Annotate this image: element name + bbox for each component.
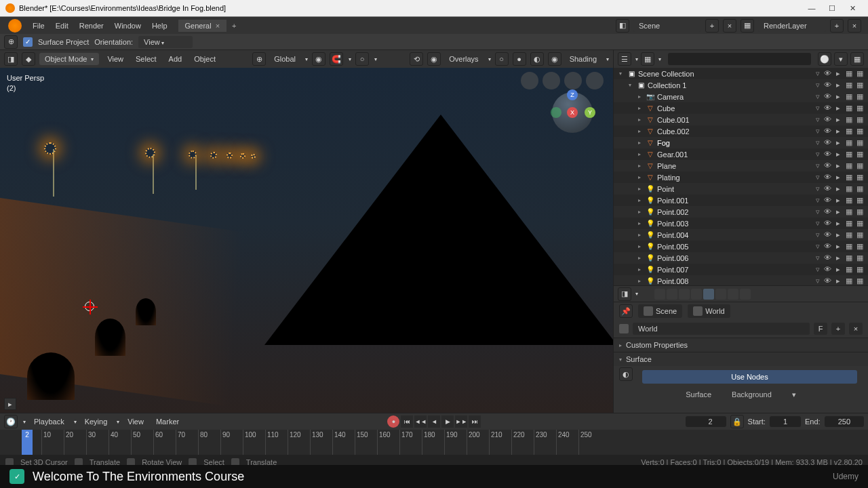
modifier-icon[interactable]: ▿ [816,150,820,159]
pan-gizmo-icon[interactable] [542,72,560,89]
gizmo-toggle-icon[interactable]: ⟲ [410,52,423,66]
visibility-icon[interactable]: 👁 [822,196,833,205]
outliner-row[interactable]: ▾▣Collection 1▿👁▸▦▦ [614,79,868,91]
shading-dropdown[interactable]: Shading [566,53,601,65]
selectable-icon[interactable]: ▸ [833,265,844,274]
outliner-row[interactable]: ▸▽Cube▿👁▸▦▦ [614,102,868,114]
outliner-row[interactable]: ▸▽Fog▿👁▸▦▦ [614,137,868,148]
scene-add-button[interactable]: + [705,19,719,33]
visibility-icon[interactable]: 👁 [822,277,833,285]
modifier-icon[interactable]: ▿ [816,127,820,136]
disable-icon[interactable]: ▦ [854,115,865,124]
outliner-row[interactable]: ▾▣Scene Collection▿👁▸▦▦ [614,68,868,79]
selectable-icon[interactable]: ▸ [833,81,844,89]
props-editor-icon[interactable]: ◨ [618,287,631,301]
props-tab-world[interactable] [703,289,714,300]
disable-icon[interactable]: ▦ [854,277,865,285]
close-button[interactable]: ✕ [842,1,863,16]
disable-icon[interactable]: ▦ [854,81,865,89]
scene-browse-icon[interactable]: ◧ [616,19,629,33]
visibility-icon[interactable]: 👁 [822,219,833,228]
close-icon[interactable]: × [216,22,220,30]
menu-file[interactable]: File [27,19,50,33]
disable-icon[interactable]: ▦ [854,173,865,182]
visibility-icon[interactable]: 👁 [822,230,833,239]
world-data-icon[interactable] [619,324,629,333]
use-nodes-button[interactable]: Use Nodes [642,370,857,384]
workspace-tab-general[interactable]: General × [178,20,227,32]
pivot-icon[interactable]: ◉ [312,52,326,66]
render-icon[interactable]: ▦ [844,196,854,205]
selectable-icon[interactable]: ▸ [833,253,844,262]
proportional-icon[interactable]: ○ [355,52,369,66]
world-data-dropdown[interactable]: World [633,323,810,335]
props-tab-object[interactable] [715,289,726,300]
render-icon[interactable]: ▦ [844,230,854,239]
props-tab-output[interactable] [667,289,677,300]
selectable-icon[interactable]: ▸ [833,104,844,113]
blender-logo-icon[interactable] [8,19,22,33]
visibility-icon[interactable]: 👁 [822,173,833,182]
tl-menu-keying[interactable]: Keying [81,415,112,428]
selectable-icon[interactable]: ▸ [833,219,844,228]
disable-icon[interactable]: ▦ [854,242,865,251]
props-tab-render[interactable] [654,289,665,300]
shading-lookdev-icon[interactable]: ◐ [530,52,544,66]
selectable-icon[interactable]: ▸ [833,92,844,101]
surface-panel[interactable]: ▾Surface [614,352,868,366]
visibility-icon[interactable]: 👁 [822,184,833,193]
outliner-row[interactable]: ▸▽Cube.002▿👁▸▦▦ [614,125,868,137]
axis-neg-y-icon[interactable] [551,107,561,118]
mode-icon[interactable]: ◆ [22,52,35,66]
tl-menu-playback[interactable]: Playback [30,415,68,428]
selectable-icon[interactable]: ▸ [833,207,844,216]
axis-z-icon[interactable]: Z [567,89,578,100]
render-icon[interactable]: ▦ [844,92,854,101]
render-icon[interactable]: ▦ [844,81,854,89]
cursor-tool-icon[interactable]: ⊕ [4,35,18,49]
disable-icon[interactable]: ▦ [854,207,865,216]
render-icon[interactable]: ▦ [844,253,854,262]
visibility-icon[interactable]: 👁 [822,150,833,159]
shader-tab-background[interactable]: Background [732,390,772,399]
outliner-row[interactable]: ▸💡Point.004▿👁▸▦▦ [614,229,868,241]
outliner-row[interactable]: ▸▽Plane▿👁▸▦▦ [614,160,868,171]
menu-render[interactable]: Render [74,19,109,33]
visibility-icon[interactable]: 👁 [822,81,833,89]
zoom-gizmo-icon[interactable] [521,72,538,89]
modifier-icon[interactable]: ▿ [816,253,820,262]
modifier-icon[interactable]: ▿ [816,265,820,274]
render-icon[interactable]: ▦ [844,173,854,182]
add-workspace-button[interactable]: + [226,20,241,32]
disable-icon[interactable]: ▦ [854,104,865,113]
outliner-row[interactable]: ▸💡Point.006▿👁▸▦▦ [614,252,868,264]
modifier-icon[interactable]: ▿ [816,207,820,216]
persp-gizmo-icon[interactable] [586,72,604,89]
render-icon[interactable]: ▦ [844,150,854,159]
lock-range-icon[interactable]: 🔒 [730,415,744,428]
render-icon[interactable]: ▦ [844,115,854,124]
fake-user-button[interactable]: F [814,323,827,335]
renderlayer-add-button[interactable]: + [830,19,844,33]
viewport-3d[interactable]: User Persp (2) [0,68,613,413]
disable-icon[interactable]: ▦ [854,92,865,101]
render-icon[interactable]: ▦ [844,161,854,170]
menu-help[interactable]: Help [146,19,173,33]
modifier-icon[interactable]: ▿ [816,173,820,182]
visibility-icon[interactable]: 👁 [822,127,833,136]
modifier-icon[interactable]: ▿ [816,69,820,78]
vp-menu-view[interactable]: View [103,53,127,65]
shader-tab-caret[interactable]: ▾ [792,390,796,399]
vp-menu-select[interactable]: Select [132,53,161,65]
outliner-editor-icon[interactable]: ☰ [618,52,631,66]
outliner-display-icon[interactable]: ▦ [641,52,654,66]
playhead[interactable]: 2 [22,430,33,455]
modifier-icon[interactable]: ▿ [816,138,820,147]
menu-window[interactable]: Window [109,19,146,33]
new-world-button[interactable]: + [831,323,845,335]
visibility-icon[interactable]: 👁 [822,265,833,274]
modifier-icon[interactable]: ▿ [816,196,820,205]
maximize-button[interactable]: ☐ [822,1,842,16]
props-tab-material[interactable] [740,289,751,300]
world-datapath[interactable]: World [688,304,730,318]
